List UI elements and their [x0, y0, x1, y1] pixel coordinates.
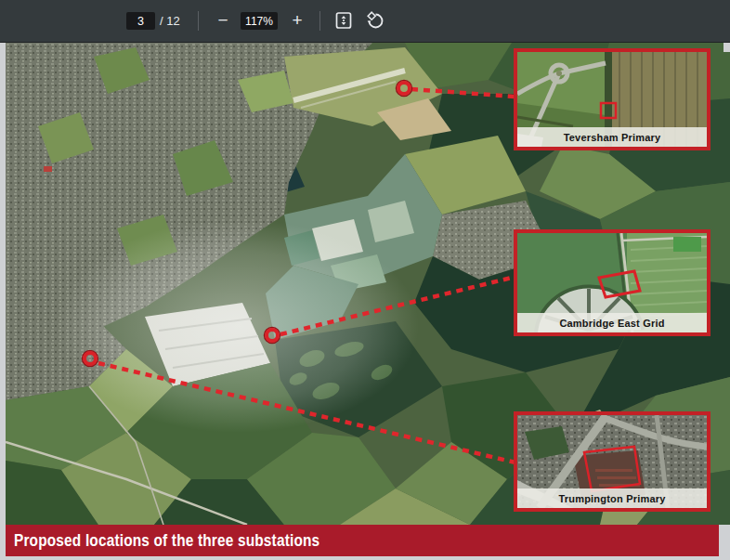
toolbar-divider [198, 11, 199, 31]
inset-label: Cambridge East Grid [517, 313, 707, 332]
inset-label: Trumpington Primary [517, 488, 707, 508]
fit-to-page-button[interactable] [331, 7, 357, 33]
rotate-counterclockwise-icon [365, 10, 385, 31]
inset-teversham-primary: Teversham Primary [514, 48, 710, 150]
fit-to-page-icon [333, 10, 354, 31]
inset-trumpington-primary: Trumpington Primary [514, 411, 710, 512]
figure-caption: Proposed locations of the three substati… [14, 531, 319, 551]
inset-label: Teversham Primary [517, 127, 707, 147]
pdf-toolbar: / 12 − 117% + [0, 0, 730, 43]
page-count-label: / 12 [160, 14, 180, 28]
rotate-button[interactable] [362, 7, 388, 33]
inset-cambridge-east-grid: Cambridge East Grid [514, 229, 710, 336]
page-background-notch [723, 43, 730, 52]
zoom-level-field[interactable]: 117% [241, 12, 278, 30]
zoom-in-button[interactable]: + [284, 7, 310, 33]
figure-caption-bar: Proposed locations of the three substati… [6, 525, 719, 556]
zoom-out-button[interactable]: − [210, 7, 236, 33]
page-number-input[interactable] [126, 12, 155, 30]
toolbar-divider [319, 11, 320, 31]
